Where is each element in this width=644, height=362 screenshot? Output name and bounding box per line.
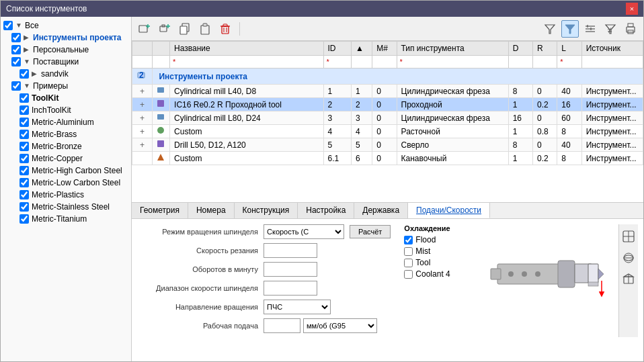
tree-item-suppliers[interactable]: ▼ Поставщики	[1, 56, 131, 68]
group-expand[interactable]: 2	[132, 69, 153, 85]
tree-item-project-tools[interactable]: ▶ Инструменты проекта	[1, 32, 131, 44]
tree-check-copper[interactable]	[19, 154, 29, 163]
print-btn[interactable]	[622, 20, 639, 38]
filter-btn-2[interactable]	[561, 20, 579, 38]
col-id[interactable]: ID	[323, 42, 352, 56]
row-expand-4[interactable]: +	[132, 125, 153, 138]
close-button[interactable]: ×	[626, 3, 638, 15]
spindle-range-input[interactable]: 0	[264, 281, 317, 296]
tree-check-bronze[interactable]	[19, 142, 29, 151]
table-row[interactable]: + Cylindrical mill L80, D24 3 3 0 Цилинд…	[132, 111, 643, 125]
tree-check-sandvik[interactable]	[19, 69, 29, 79]
add-holder-button[interactable]	[156, 20, 173, 38]
copy-button[interactable]	[176, 20, 194, 38]
tree-item-titanium[interactable]: Metric-Titanium	[1, 213, 131, 225]
tree-check-stainless[interactable]	[19, 202, 29, 212]
tree-item-high-carbon[interactable]: Metric-High Carbon Steel	[1, 165, 131, 177]
cooling-coolant4-check[interactable]	[404, 270, 413, 279]
tree-check-lcs[interactable]	[19, 178, 29, 187]
cutting-speed-input[interactable]: 150	[264, 243, 317, 258]
table-row[interactable]: + Custom 4 4 0 Расточной 1 0.8 8 Инстру	[132, 125, 643, 138]
tree-item-aluminium[interactable]: Metric-Aluminium	[1, 116, 131, 128]
calc-button[interactable]: Расчёт	[350, 225, 391, 238]
table-scroll[interactable]: Название ID ▲ M# Тип инструмента D R L И…	[132, 41, 643, 202]
col-m[interactable]: M#	[372, 42, 397, 56]
settings-btn[interactable]	[581, 20, 599, 38]
filter-type[interactable]	[400, 58, 506, 66]
tree-check-project[interactable]	[11, 33, 21, 42]
tab-feedrates[interactable]: Подачи/Скорости	[408, 203, 490, 218]
table-row[interactable]: + Cylindrical mill L40, D8 1 1 0 Цилиндр…	[132, 85, 643, 98]
table-row-selected[interactable]: + IC16 Re0.2 R Проходной tool 2 2 0 Прох…	[132, 98, 643, 111]
tree-check-personal[interactable]	[11, 45, 21, 54]
tree-check-brass[interactable]	[19, 130, 29, 139]
tree-item-plastics[interactable]: Metric-Plastics	[1, 189, 131, 201]
tree-check-toolkit[interactable]	[19, 93, 29, 103]
expand-icon-6[interactable]: ▼	[24, 82, 32, 90]
tree-item-all[interactable]: ▼ Все	[1, 19, 131, 32]
filter-name[interactable]	[173, 58, 320, 66]
view-btn-1[interactable]	[619, 227, 638, 246]
expand-icon-5[interactable]: ▶	[32, 70, 40, 78]
tree-check-examples[interactable]	[11, 81, 21, 91]
tab-geometry[interactable]: Геометрия	[132, 203, 188, 218]
expand-icon-2[interactable]: ▶	[24, 34, 32, 42]
tree-check-hcs[interactable]	[19, 166, 29, 175]
col-r[interactable]: R	[533, 42, 557, 56]
tree-item-sandvik[interactable]: ▶ sandvik	[1, 68, 131, 80]
filter-id[interactable]	[327, 58, 349, 66]
expand-icon[interactable]: ▼	[15, 21, 24, 30]
row-expand-5[interactable]: +	[132, 138, 153, 152]
tree-item-toolkit[interactable]: ToolKit	[1, 92, 131, 104]
tab-numbers[interactable]: Номера	[188, 203, 235, 218]
row-expand-3[interactable]: +	[132, 111, 153, 125]
expand-icon-3[interactable]: ▶	[24, 46, 32, 54]
spindle-mode-select[interactable]: Скорость (C	[264, 224, 344, 239]
col-name[interactable]: Название	[170, 42, 323, 56]
direction-select[interactable]: ПЧС	[264, 300, 331, 314]
tree-item-low-carbon[interactable]: Metric-Low Carbon Steel	[1, 177, 131, 189]
filter-btn-1[interactable]	[541, 20, 559, 38]
row-expand-6[interactable]	[132, 152, 153, 165]
filter-btn-3[interactable]: ≠	[602, 20, 619, 38]
tree-check-inch[interactable]	[19, 105, 29, 115]
tab-holder[interactable]: Державка	[354, 203, 408, 218]
tree-item-bronze[interactable]: Metric-Bronze	[1, 140, 131, 152]
cooling-mist-check[interactable]	[404, 247, 413, 256]
tree-check-titanium[interactable]	[19, 214, 29, 224]
tree-check-aluminium[interactable]	[19, 118, 29, 127]
table-row[interactable]: Custom 6.1 6 0 Канавочный 1 0.2 8 Инстру…	[132, 152, 643, 165]
col-type[interactable]: Тип инструмента	[397, 42, 508, 56]
view-btn-3[interactable]	[619, 270, 638, 289]
col-source[interactable]: Источник	[581, 42, 643, 56]
tab-construction[interactable]: Конструкция	[235, 203, 298, 218]
tree-item-stainless[interactable]: Metric-Stainless Steel	[1, 201, 131, 213]
tree-item-copper[interactable]: Metric-Copper	[1, 152, 131, 165]
tree-item-examples[interactable]: ▼ Примеры	[1, 80, 131, 92]
row-expand-2[interactable]: +	[132, 98, 153, 111]
row-expand-1[interactable]: +	[132, 85, 153, 98]
tree-item-brass[interactable]: Metric-Brass	[1, 128, 131, 140]
group-header-project[interactable]: 2 Инструменты проекта	[132, 69, 643, 85]
tree-check-plastics[interactable]	[19, 190, 29, 199]
view-btn-2[interactable]	[619, 248, 638, 267]
tree-check-suppliers[interactable]	[11, 57, 21, 66]
tab-setup[interactable]: Настройка	[298, 203, 354, 218]
col-d[interactable]: D	[508, 42, 532, 56]
table-row[interactable]: + Drill L50, D12, A120 5 5 0 Сверло 8 0 …	[132, 138, 643, 152]
col-l[interactable]: L	[557, 42, 581, 56]
tree-check-all[interactable]	[3, 21, 13, 30]
feed-unit-select[interactable]: мм/об (G95	[303, 318, 377, 333]
rpm-input[interactable]: 1000	[264, 262, 317, 277]
add-tool-button[interactable]	[136, 20, 153, 38]
expand-icon-4[interactable]: ▼	[24, 58, 32, 66]
tree-item-inchtoolkit[interactable]: InchToolKit	[1, 104, 131, 116]
cooling-tool-check[interactable]	[404, 259, 413, 267]
cooling-flood-check[interactable]	[404, 236, 413, 244]
tree-item-personal[interactable]: ▶ Персональные	[1, 44, 131, 56]
col-sort[interactable]: ▲	[352, 42, 372, 56]
paste-button[interactable]	[196, 20, 214, 38]
feed-input[interactable]: 0.5	[264, 318, 300, 333]
filter-l[interactable]	[560, 58, 578, 66]
delete-button[interactable]	[216, 20, 234, 38]
